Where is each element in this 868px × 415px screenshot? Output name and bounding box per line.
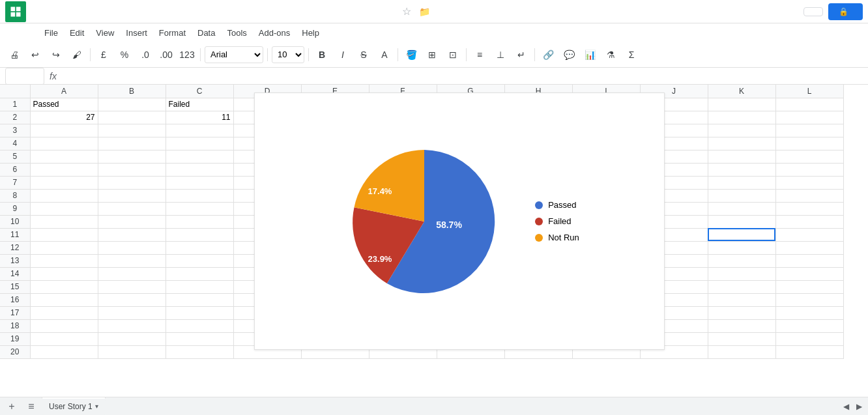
sheet-tab-user-story-1[interactable]: User Story 1▾ [42,399,106,414]
row-header-15[interactable]: 15 [0,280,30,293]
wrap-text-button[interactable]: ↵ [512,46,530,64]
borders-button[interactable]: ⊞ [423,46,441,64]
star-icon[interactable]: ☆ [402,5,411,18]
cell-K11[interactable] [708,228,775,241]
cell-L10[interactable] [775,215,843,228]
paint-format-button[interactable]: 🖌 [68,46,86,64]
cell-reference-input[interactable] [5,68,44,85]
col-header-K[interactable]: K [708,85,775,98]
add-sheet-button[interactable]: + [3,399,21,414]
cell-A9[interactable] [30,202,98,215]
cell-B13[interactable] [98,254,166,267]
cell-A7[interactable] [30,176,98,189]
row-header-8[interactable]: 8 [0,189,30,202]
cell-K5[interactable] [708,150,775,163]
cell-A20[interactable] [30,345,98,358]
row-header-19[interactable]: 19 [0,332,30,345]
cell-B4[interactable] [98,137,166,150]
cell-C15[interactable] [166,280,233,293]
chart-button[interactable]: 📊 [581,46,599,64]
font-size-select[interactable]: 10 [272,46,304,63]
cell-L2[interactable] [775,111,843,124]
sheet-menu-button[interactable]: ≡ [22,399,40,414]
cell-C10[interactable] [166,215,233,228]
cell-L16[interactable] [775,293,843,306]
filter-button[interactable]: ⚗ [601,46,620,64]
cell-L5[interactable] [775,150,843,163]
text-color-button[interactable]: A [375,46,394,64]
merge-cells-button[interactable]: ⊡ [444,46,462,64]
col-header-B[interactable]: B [98,85,166,98]
row-header-20[interactable]: 20 [0,345,30,358]
cell-A17[interactable] [30,306,98,319]
align-left-button[interactable]: ≡ [470,46,489,64]
menu-item-tools[interactable]: Tools [222,25,252,40]
scroll-tabs-right[interactable]: ▶ [852,400,865,413]
cell-L9[interactable] [775,202,843,215]
menu-item-data[interactable]: Data [192,25,220,40]
cell-A6[interactable] [30,163,98,176]
cell-B20[interactable] [98,345,166,358]
cell-C11[interactable] [166,228,233,241]
print-button[interactable]: 🖨 [5,46,23,64]
cell-B5[interactable] [98,150,166,163]
cell-L7[interactable] [775,176,843,189]
cell-K9[interactable] [708,202,775,215]
cell-K20[interactable] [708,345,775,358]
menu-item-help[interactable]: Help [297,25,325,40]
cell-A11[interactable] [30,228,98,241]
cell-C8[interactable] [166,189,233,202]
row-header-17[interactable]: 17 [0,306,30,319]
cell-B17[interactable] [98,306,166,319]
cell-L14[interactable] [775,267,843,280]
cell-C12[interactable] [166,241,233,254]
cell-L8[interactable] [775,189,843,202]
cell-L20[interactable] [775,345,843,358]
formula-input[interactable] [62,72,863,81]
cell-L12[interactable] [775,241,843,254]
cell-B12[interactable] [98,241,166,254]
cell-A14[interactable] [30,267,98,280]
chart-container[interactable]: 58.7% 23.9% 17.4% Passed Failed [254,93,665,350]
cell-B18[interactable] [98,319,166,332]
italic-button[interactable]: I [334,46,352,64]
cell-L18[interactable] [775,319,843,332]
cell-K7[interactable] [708,176,775,189]
cell-K15[interactable] [708,280,775,293]
scroll-tabs-left[interactable]: ◀ [839,400,852,413]
row-header-13[interactable]: 13 [0,254,30,267]
cell-B2[interactable] [98,111,166,124]
cell-A15[interactable] [30,280,98,293]
cell-K18[interactable] [708,319,775,332]
col-header-A[interactable]: A [30,85,98,98]
row-header-14[interactable]: 14 [0,267,30,280]
cell-K10[interactable] [708,215,775,228]
row-header-9[interactable]: 9 [0,202,30,215]
cell-B16[interactable] [98,293,166,306]
row-header-2[interactable]: 2 [0,111,30,124]
menu-item-edit[interactable]: Edit [65,25,89,40]
comments-button[interactable] [803,7,823,16]
folder-icon[interactable]: 📁 [419,7,430,17]
row-header-5[interactable]: 5 [0,150,30,163]
cell-C16[interactable] [166,293,233,306]
cell-B1[interactable] [98,98,166,111]
percent-button[interactable]: % [115,46,134,64]
cell-K6[interactable] [708,163,775,176]
cell-L13[interactable] [775,254,843,267]
menu-item-format[interactable]: Format [154,25,191,40]
cell-K3[interactable] [708,124,775,137]
cell-A5[interactable] [30,150,98,163]
cell-C17[interactable] [166,306,233,319]
align-vertical-button[interactable]: ⊥ [491,46,510,64]
cell-C2[interactable]: 11 [166,111,233,124]
cell-B3[interactable] [98,124,166,137]
row-header-1[interactable]: 1 [0,98,30,111]
row-header-11[interactable]: 11 [0,228,30,241]
cell-C3[interactable] [166,124,233,137]
cell-L15[interactable] [775,280,843,293]
cell-K2[interactable] [708,111,775,124]
bold-button[interactable]: B [313,46,331,64]
cell-C20[interactable] [166,345,233,358]
cell-C19[interactable] [166,332,233,345]
